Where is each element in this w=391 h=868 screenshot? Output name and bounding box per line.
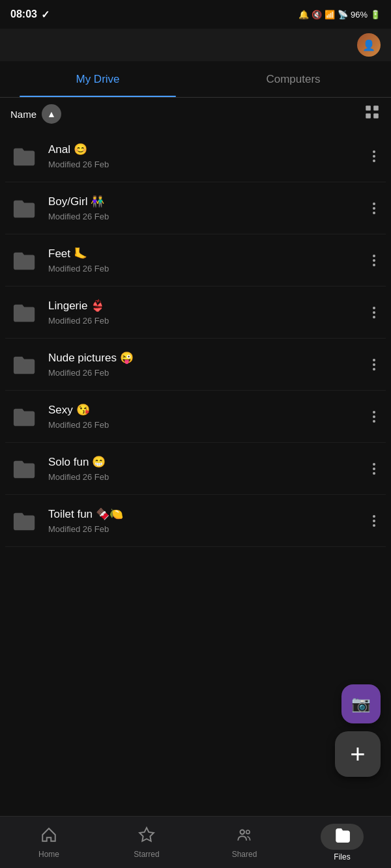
file-modified: Modified 26 Feb (48, 472, 368, 482)
file-name: Lingerie 👙 (48, 299, 368, 313)
battery-level: 96% (351, 10, 368, 20)
folder-icon (10, 507, 39, 535)
file-info: Boy/Girl 👫 Modified 26 Feb (48, 195, 368, 221)
starred-icon (138, 826, 155, 847)
add-icon: + (350, 741, 365, 767)
check-icon: ✓ (41, 8, 50, 21)
file-name: Feet 🦶 (48, 247, 368, 261)
nav-item-home[interactable]: Home (0, 817, 98, 868)
more-options-button[interactable] (368, 510, 381, 532)
shared-icon (236, 826, 253, 847)
more-options-button[interactable] (368, 249, 381, 272)
file-modified: Modified 26 Feb (48, 160, 368, 169)
more-options-button[interactable] (368, 197, 381, 219)
signal-icon: 📡 (338, 10, 348, 20)
folder-icon (10, 194, 39, 223)
nav-item-files[interactable]: Files (293, 817, 391, 868)
file-name: Toilet fun 🍫🍋 (48, 507, 368, 522)
profile-header: 👤 (0, 29, 391, 61)
fab-container: 📷 + (335, 684, 381, 777)
list-item[interactable]: Sexy 😘 Modified 26 Feb (5, 391, 386, 443)
more-options-button[interactable] (368, 145, 381, 167)
folder-icon (10, 455, 39, 483)
file-info: Solo fun 😁 Modified 26 Feb (48, 455, 368, 481)
file-modified: Modified 26 Feb (48, 524, 368, 534)
status-icons: 🔔 🔇 📶 📡 96% 🔋 (298, 10, 381, 20)
file-name: Sexy 😘 (48, 403, 368, 417)
list-item[interactable]: Boy/Girl 👫 Modified 26 Feb (5, 182, 386, 234)
folder-icon (10, 298, 39, 327)
svg-rect-0 (366, 105, 371, 111)
sort-bar: Name ▲ (0, 98, 391, 130)
list-item[interactable]: Solo fun 😁 Modified 26 Feb (5, 443, 386, 495)
nav-label-starred: Starred (134, 850, 159, 859)
tab-my-drive[interactable]: My Drive (0, 61, 195, 97)
file-name: Nude pictures 😜 (48, 351, 368, 365)
bottom-nav: Home Starred Shared File (0, 816, 391, 868)
list-item[interactable]: Nude pictures 😜 Modified 26 Feb (5, 339, 386, 391)
list-item[interactable]: Anal 😊 Modified 26 Feb (5, 130, 386, 182)
nav-label-home: Home (38, 850, 59, 859)
list-item[interactable]: Lingerie 👙 Modified 26 Feb (5, 287, 386, 339)
file-list: Anal 😊 Modified 26 Feb Boy/Girl 👫 Modifi… (0, 130, 391, 547)
sort-label: Name (10, 109, 36, 120)
file-name: Anal 😊 (48, 143, 368, 157)
more-options-button[interactable] (368, 458, 381, 480)
sort-name[interactable]: Name ▲ (10, 104, 61, 124)
file-modified: Modified 26 Feb (48, 264, 368, 273)
mute-icon: 🔇 (311, 10, 322, 20)
file-name: Boy/Girl 👫 (48, 195, 368, 209)
camera-fab-button[interactable]: 📷 (341, 684, 381, 723)
nav-item-shared[interactable]: Shared (195, 817, 293, 868)
files-icon (334, 826, 351, 847)
avatar[interactable]: 👤 (357, 33, 381, 57)
battery-icon: 🔋 (370, 10, 381, 20)
status-bar: 08:03 ✓ 🔔 🔇 📶 📡 96% 🔋 (0, 0, 391, 29)
alarm-icon: 🔔 (298, 10, 309, 20)
tab-computers-label: Computers (266, 73, 320, 86)
svg-point-5 (246, 830, 250, 833)
file-info: Sexy 😘 Modified 26 Feb (48, 403, 368, 429)
file-modified: Modified 26 Feb (48, 368, 368, 378)
more-options-button[interactable] (368, 406, 381, 428)
folder-icon (10, 350, 39, 379)
svg-rect-2 (366, 113, 371, 119)
tab-my-drive-label: My Drive (76, 73, 119, 86)
tab-bar: My Drive Computers (0, 61, 391, 98)
file-modified: Modified 26 Feb (48, 316, 368, 326)
file-modified: Modified 26 Feb (48, 212, 368, 221)
tab-computers[interactable]: Computers (195, 61, 391, 97)
sort-arrow-button[interactable]: ▲ (42, 104, 61, 124)
svg-rect-3 (373, 113, 379, 119)
list-item[interactable]: Feet 🦶 Modified 26 Feb (5, 234, 386, 287)
nav-label-files: Files (334, 852, 350, 861)
folder-icon (10, 246, 39, 275)
camera-icon: 📷 (351, 695, 371, 713)
nav-label-shared: Shared (232, 850, 257, 859)
file-info: Anal 😊 Modified 26 Feb (48, 143, 368, 169)
file-name: Solo fun 😁 (48, 455, 368, 469)
time-display: 08:03 (10, 8, 37, 20)
home-icon (40, 826, 57, 847)
file-info: Nude pictures 😜 Modified 26 Feb (48, 351, 368, 377)
grid-view-button[interactable] (364, 104, 381, 124)
wifi-icon: 📶 (325, 10, 335, 20)
list-item[interactable]: Toilet fun 🍫🍋 Modified 26 Feb (5, 495, 386, 547)
more-options-button[interactable] (368, 301, 381, 324)
file-info: Lingerie 👙 Modified 26 Feb (48, 299, 368, 325)
folder-icon (10, 402, 39, 431)
file-info: Feet 🦶 Modified 26 Feb (48, 247, 368, 273)
svg-rect-1 (373, 105, 379, 111)
status-time: 08:03 ✓ (10, 8, 50, 21)
nav-item-starred[interactable]: Starred (98, 817, 195, 868)
add-fab-button[interactable]: + (335, 731, 381, 777)
svg-point-4 (240, 830, 245, 834)
more-options-button[interactable] (368, 354, 381, 376)
file-info: Toilet fun 🍫🍋 Modified 26 Feb (48, 507, 368, 533)
folder-icon (10, 142, 39, 171)
file-modified: Modified 26 Feb (48, 420, 368, 430)
